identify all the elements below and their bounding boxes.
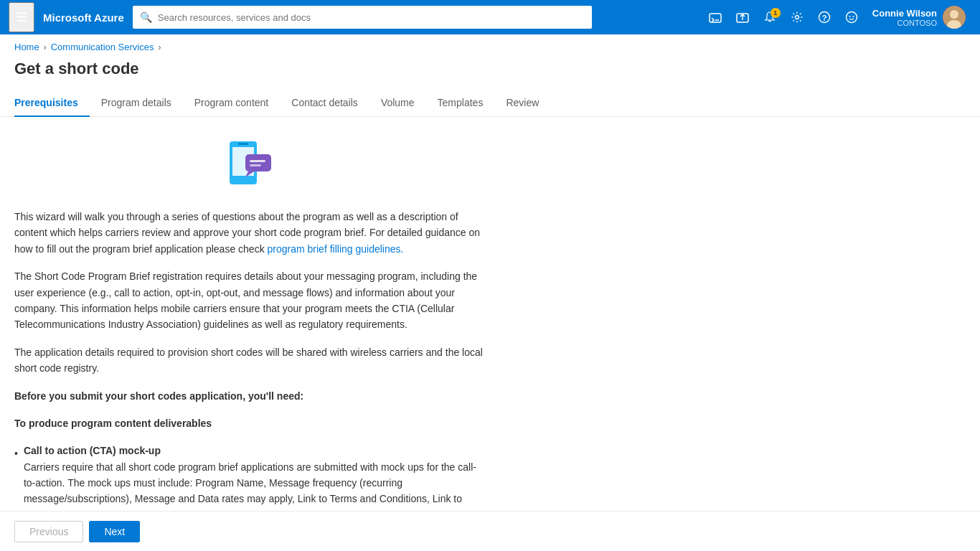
svg-point-11 — [950, 10, 958, 19]
topnav-icon-group: 1 ? Connie Wilson CONTOS — [703, 5, 971, 29]
tab-contact-details[interactable]: Contact details — [280, 90, 369, 117]
avatar — [943, 6, 966, 29]
avatar-image — [943, 6, 966, 29]
page-wrapper: Home › Communication Services › Get a sh… — [0, 34, 980, 551]
messaging-illustration — [222, 134, 280, 192]
breadcrumb-sep-2: › — [158, 42, 161, 52]
program-brief-link[interactable]: program brief filling guidelines. — [268, 243, 404, 255]
svg-point-8 — [849, 16, 850, 17]
produce-heading: To produce program content deliverables — [14, 415, 488, 431]
breadcrumb-service[interactable]: Communication Services — [51, 42, 154, 52]
bullet-title-1: Call to action (CTA) mock-up — [24, 443, 488, 458]
notifications-button[interactable]: 1 — [758, 5, 782, 29]
tab-program-content[interactable]: Program content — [183, 90, 281, 117]
top-navigation: ☰ Microsoft Azure 🔍 1 — [0, 0, 980, 34]
azure-logo: Microsoft Azure — [43, 11, 124, 24]
svg-rect-16 — [245, 154, 271, 171]
tab-program-details[interactable]: Program details — [90, 90, 183, 117]
intro-paragraph-3: The application details required to prov… — [14, 344, 488, 377]
smiley-icon — [845, 11, 858, 24]
tab-bar: Prerequisites Program details Program co… — [0, 90, 980, 117]
illustration-container — [14, 134, 488, 192]
tab-volume[interactable]: Volume — [369, 90, 426, 117]
notification-badge: 1 — [771, 8, 781, 18]
intro-paragraph-2: The Short Code Program Brief registratio… — [14, 268, 488, 333]
before-heading: Before you submit your short codes appli… — [14, 388, 488, 404]
tab-review[interactable]: Review — [494, 90, 550, 117]
user-org: CONTOSO — [872, 19, 937, 27]
svg-point-4 — [795, 16, 798, 19]
svg-point-9 — [852, 16, 854, 17]
svg-point-7 — [846, 12, 857, 23]
settings-button[interactable] — [785, 5, 809, 29]
upload-icon — [736, 11, 749, 24]
breadcrumb: Home › Communication Services › — [0, 34, 980, 60]
help-button[interactable]: ? — [812, 5, 837, 29]
search-icon: 🔍 — [140, 11, 152, 23]
help-icon: ? — [818, 11, 831, 24]
tab-templates[interactable]: Templates — [426, 90, 495, 117]
intro-paragraph-1: This wizard will walk you through a seri… — [14, 209, 488, 257]
main-content: This wizard will walk you through a seri… — [0, 117, 502, 551]
hamburger-menu-button[interactable]: ☰ — [9, 2, 34, 32]
user-menu[interactable]: Connie Wilson CONTOSO — [867, 6, 971, 29]
breadcrumb-home[interactable]: Home — [14, 42, 39, 52]
page-title: Get a short code — [0, 60, 980, 90]
next-button[interactable]: Next — [89, 521, 140, 542]
feedback-button[interactable] — [839, 5, 864, 29]
svg-text:?: ? — [821, 14, 826, 22]
cloud-shell-button[interactable] — [703, 5, 727, 29]
breadcrumb-sep-1: › — [44, 42, 47, 52]
user-name: Connie Wilson — [872, 8, 937, 19]
upload-button[interactable] — [730, 5, 755, 29]
svg-rect-0 — [710, 14, 721, 22]
cloud-shell-icon — [709, 11, 722, 24]
tab-prerequisites[interactable]: Prerequisites — [14, 90, 90, 117]
svg-rect-15 — [238, 143, 248, 145]
bottom-navigation: Previous Next — [0, 511, 980, 551]
previous-button[interactable]: Previous — [14, 521, 83, 542]
hamburger-icon: ☰ — [16, 10, 27, 24]
svg-rect-18 — [250, 160, 265, 162]
search-input[interactable] — [158, 12, 585, 23]
svg-rect-19 — [250, 164, 261, 166]
search-box[interactable]: 🔍 — [133, 6, 592, 29]
gear-icon — [791, 11, 804, 24]
